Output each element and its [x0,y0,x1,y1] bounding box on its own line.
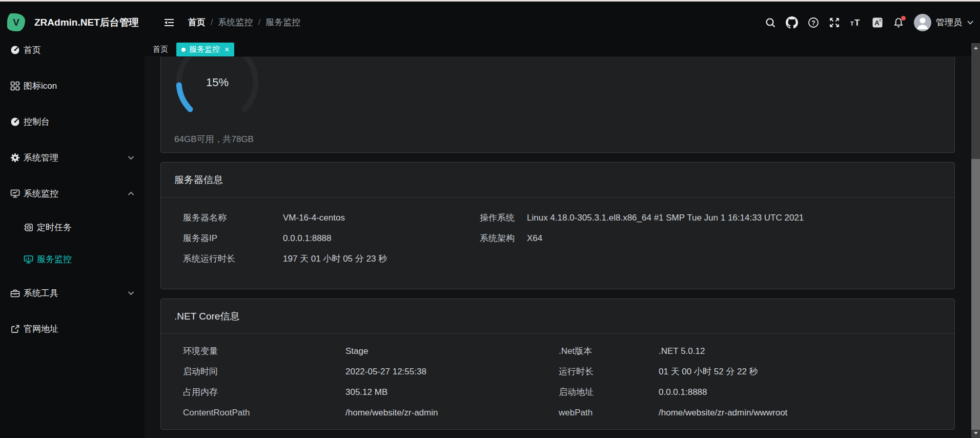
app-window: 首页 图标icon 控制台 系统管理 [0,0,980,438]
app-logo[interactable]: V [7,13,25,31]
info-row: 占用内存 305.12 MB 启动地址 0.0.0.1:8888 [183,382,941,403]
chevron-down-icon [128,155,134,160]
chevron-down-icon [967,19,974,25]
info-value [527,249,941,269]
sidebar-item-label: 控制台 [24,116,50,128]
info-label: 系统运行时长 [183,249,283,269]
avatar[interactable] [914,14,931,31]
chevron-down-icon [128,291,134,295]
scrollbar-thumb[interactable] [971,159,980,430]
info-row: ContentRootPath /home/website/zr-admin w… [183,403,941,423]
sidebar-item-system-management[interactable]: 系统管理 [0,140,145,175]
info-value: 0.0.0.1:8888 [283,228,480,249]
notification-bell[interactable] [893,17,904,28]
language-icon[interactable]: A文 [872,17,883,28]
scroll-down-button[interactable] [971,429,980,437]
info-row: 启动时间 2022-05-27 12:55:38 运行时长 01 天 00 小时… [183,362,941,382]
vertical-scrollbar[interactable] [971,43,980,438]
dashboard-icon [10,45,20,55]
app-header: V ZRAdmin.NET后台管理 首页 / 系统监控 / 服务监控 ? TT … [0,2,980,43]
info-value: 0.0.0.1:8888 [659,382,941,403]
sidebar-item-label: 服务监控 [37,253,72,265]
github-icon[interactable] [786,16,798,29]
info-value: 305.12 MB [345,382,559,403]
breadcrumb: 首页 / 系统监控 / 服务监控 [188,16,300,28]
svg-text:?: ? [811,19,815,26]
info-label [480,249,527,269]
info-row: 环境变量 Stage .Net版本 .NET 5.0.12 [183,341,941,362]
font-size-icon[interactable]: TT [850,17,862,28]
external-link-icon [10,324,20,334]
sidebar-item-icons[interactable]: 图标icon [0,68,145,104]
sidebar-item-service-monitor[interactable]: 服务监控 [0,243,145,275]
search-icon[interactable] [765,17,776,28]
sidebar-menu: 首页 图标icon 控制台 系统管理 [0,32,145,347]
grid-icon [10,81,20,91]
tab-service-monitor[interactable]: 服务监控 × [176,43,234,56]
console-dashboard-icon [10,117,20,127]
disk-usage-card: 15% 64GB可用，共78GB [160,56,955,153]
sidebar-item-label: 官网地址 [24,323,58,335]
info-row: 系统运行时长 197 天 01 小时 05 分 23 秒 [183,249,941,269]
scroll-up-button[interactable] [971,44,980,52]
server-info-body: 服务器名称 VM-16-4-centos 操作系统 Linux 4.18.0-3… [161,197,954,269]
info-label: 运行时长 [559,362,659,382]
server-info-card: 服务器信息 服务器名称 VM-16-4-centos 操作系统 Linux 4.… [160,162,955,289]
breadcrumb-separator: / [211,17,213,28]
user-menu[interactable]: 管理员 [914,14,974,31]
info-label: .Net版本 [559,341,659,362]
sidebar-item-official-site[interactable]: 官网地址 [0,311,145,347]
sidebar-item-label: 图标icon [24,80,57,92]
breadcrumb-home[interactable]: 首页 [188,16,206,28]
header-actions: ? TT A文 管理员 [765,14,974,31]
info-label: 系统架构 [480,228,527,249]
fullscreen-icon[interactable] [829,17,840,28]
info-value: Linux 4.18.0-305.3.1.el8.x86_64 #1 SMP T… [527,208,941,228]
main-content: 15% 64GB可用，共78GB 服务器信息 服务器名称 VM-16-4-cen… [145,56,971,438]
schedule-icon [24,223,33,232]
sidebar-item-label: 系统监控 [24,188,58,200]
triangle-down-icon [974,432,978,434]
info-value: Stage [345,341,559,362]
info-value: 2022-05-27 12:55:38 [345,362,559,382]
card-title: .NET Core信息 [161,299,954,334]
info-value: /home/website/zr-admin [345,403,559,423]
sidebar-item-label: 系统工具 [24,287,58,299]
tab-home[interactable]: 首页 [153,45,168,54]
info-row: 服务器名称 VM-16-4-centos 操作系统 Linux 4.18.0-3… [183,208,941,228]
info-label: 服务器名称 [183,208,283,228]
info-label: 操作系统 [480,208,527,228]
sidebar-item-scheduled-tasks[interactable]: 定时任务 [0,211,145,243]
disk-summary: 64GB可用，共78GB [174,133,254,145]
svg-text:T: T [850,21,854,27]
info-value: VM-16-4-centos [283,208,480,228]
tags-view-bar: 首页 服务监控 × [145,43,971,57]
help-icon[interactable]: ? [808,17,819,28]
info-value: 197 天 01 小时 05 分 23 秒 [283,249,480,269]
netcore-info-body: 环境变量 Stage .Net版本 .NET 5.0.12 启动时间 2022-… [161,334,954,423]
sidebar-item-console[interactable]: 控制台 [0,104,145,140]
breadcrumb-separator: / [258,17,260,28]
breadcrumb-system-monitor[interactable]: 系统监控 [218,16,253,28]
close-icon[interactable]: × [224,46,229,54]
breadcrumb-service-monitor[interactable]: 服务监控 [266,16,300,28]
gauge-percent-label: 15% [206,76,229,89]
gear-icon [10,153,20,163]
user-name: 管理员 [936,16,962,28]
sidebar: 首页 图标icon 控制台 系统管理 [0,2,145,438]
sidebar-fold-icon[interactable] [164,17,175,28]
tab-label: 服务监控 [189,45,220,54]
sidebar-item-label: 首页 [24,44,41,56]
info-value: 01 天 00 小时 52 分 22 秒 [659,362,941,382]
info-row: 服务器IP 0.0.0.1:8888 系统架构 X64 [183,228,941,249]
server-monitor-icon [24,254,33,264]
info-value: X64 [527,228,941,249]
svg-text:T: T [854,18,860,28]
chevron-up-icon [128,191,134,196]
sidebar-item-system-monitor[interactable]: 系统监控 [0,175,145,211]
info-label: webPath [559,403,659,423]
app-title: ZRAdmin.NET后台管理 [34,16,139,29]
sidebar-item-system-tools[interactable]: 系统工具 [0,275,145,311]
active-dot-icon [181,48,186,52]
disk-usage-gauge: 15% [171,56,263,136]
